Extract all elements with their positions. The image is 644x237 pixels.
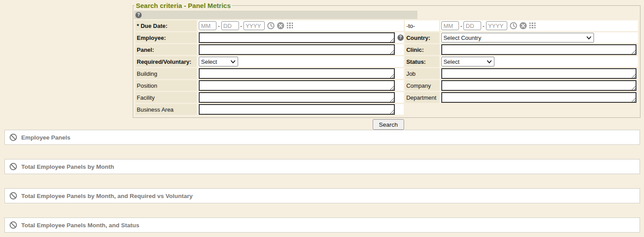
date-separator: - — [218, 23, 220, 29]
panel-input[interactable] — [199, 44, 395, 55]
employee-input[interactable] — [199, 32, 395, 43]
form-help-bar: ? — [134, 11, 417, 19]
calendar-icon[interactable] — [529, 22, 536, 29]
due-date-to-label: -to- — [405, 20, 439, 31]
section-title: Total Employee Panels Month, and Status — [21, 222, 139, 229]
clinic-field-cell — [440, 44, 638, 55]
due-date-to-month-input[interactable] — [441, 21, 459, 30]
facility-label: Facility — [135, 92, 197, 103]
department-field-cell — [440, 92, 638, 103]
clear-date-icon[interactable] — [520, 22, 527, 29]
calendar-icon[interactable] — [286, 22, 293, 29]
department-label: Department — [405, 92, 439, 103]
section-total-panels-required-vs-voluntary[interactable]: Total Employee Panels by Month, and Requ… — [4, 188, 640, 203]
country-field-cell: Select Country — [440, 32, 638, 43]
department-input[interactable] — [441, 92, 636, 103]
business-area-label: Business Area — [135, 104, 197, 115]
country-select[interactable]: Select Country — [441, 33, 594, 43]
due-date-from-year-input[interactable] — [243, 21, 265, 30]
date-separator: - — [460, 23, 462, 29]
section-title: Total Employee Panels by Month — [21, 163, 114, 170]
clinic-input[interactable] — [441, 44, 636, 55]
building-label: Building — [135, 68, 197, 79]
clock-icon[interactable] — [509, 22, 517, 30]
search-button[interactable]: Search — [373, 119, 404, 130]
date-separator: - — [240, 23, 242, 29]
section-total-panels-month-status[interactable]: Total Employee Panels Month, and Status — [4, 218, 640, 233]
company-input[interactable] — [441, 80, 636, 91]
facility-field-cell — [198, 92, 404, 103]
row-building-job: Building Job — [135, 68, 638, 79]
row-employee-country: Employee: ? Country: Select Country — [135, 32, 638, 43]
job-input[interactable] — [441, 68, 636, 79]
clear-date-icon[interactable] — [277, 22, 284, 29]
due-date-from-day-input[interactable] — [221, 21, 239, 30]
facility-input[interactable] — [199, 92, 395, 103]
due-date-label: * Due Date: — [135, 20, 197, 31]
business-area-field-cell — [198, 104, 404, 115]
status-label: Status: — [405, 56, 439, 67]
required-voluntary-select[interactable]: Select — [199, 57, 238, 66]
due-date-to-cell: - - — [440, 20, 638, 31]
empty-cell — [405, 104, 439, 115]
no-data-icon — [9, 221, 17, 229]
status-field-cell: Select — [440, 56, 638, 67]
section-title: Employee Panels — [21, 134, 70, 141]
row-position-company: Position Company — [135, 80, 638, 91]
section-employee-panels[interactable]: Employee Panels — [4, 130, 640, 145]
status-select[interactable]: Select — [441, 57, 494, 66]
clock-icon[interactable] — [267, 22, 275, 30]
search-criteria-panel: Search criteria - Panel Metrics ? * Due … — [133, 2, 640, 118]
job-label: Job — [405, 68, 439, 79]
clinic-label: Clinic: — [405, 44, 439, 55]
empty-cell — [440, 104, 638, 115]
company-field-cell — [440, 80, 638, 91]
business-area-input[interactable] — [199, 104, 395, 115]
no-data-icon — [9, 192, 17, 200]
due-date-to-day-input[interactable] — [463, 21, 481, 30]
required-voluntary-label: Required/Voluntary: — [135, 56, 197, 67]
country-label: Country: — [405, 32, 439, 43]
required-voluntary-field-cell: Select — [198, 56, 404, 67]
due-date-to-year-input[interactable] — [486, 21, 507, 30]
no-data-icon — [9, 133, 17, 141]
help-icon[interactable]: ? — [135, 12, 142, 18]
search-criteria-table: * Due Date: - - — [134, 19, 639, 116]
row-business-area: Business Area — [135, 104, 638, 115]
employee-label: Employee: — [135, 32, 197, 43]
position-field-cell — [198, 80, 404, 91]
row-facility-department: Facility Department — [135, 92, 638, 103]
position-input[interactable] — [199, 80, 395, 91]
building-field-cell — [198, 68, 404, 79]
section-total-panels-by-month[interactable]: Total Employee Panels by Month — [4, 159, 640, 174]
building-input[interactable] — [199, 68, 395, 79]
due-date-from-cell: - - — [198, 20, 404, 31]
panel-label: Panel: — [135, 44, 197, 55]
no-data-icon — [9, 163, 17, 171]
row-required-status: Required/Voluntary: Select Status: Selec… — [135, 56, 638, 67]
search-criteria-legend: Search criteria - Panel Metrics — [135, 2, 232, 9]
row-panel-clinic: Panel: Clinic: — [135, 44, 638, 55]
employee-help-icon[interactable]: ? — [397, 35, 404, 41]
employee-field-cell: ? — [198, 32, 404, 43]
company-label: Company — [405, 80, 439, 91]
due-date-from-month-input[interactable] — [199, 21, 216, 30]
section-title: Total Employee Panels by Month, and Requ… — [21, 193, 193, 199]
job-field-cell — [440, 68, 638, 79]
row-due-date: * Due Date: - - — [135, 20, 638, 31]
position-label: Position — [135, 80, 197, 91]
panel-field-cell — [198, 44, 404, 55]
date-separator: - — [482, 23, 484, 29]
